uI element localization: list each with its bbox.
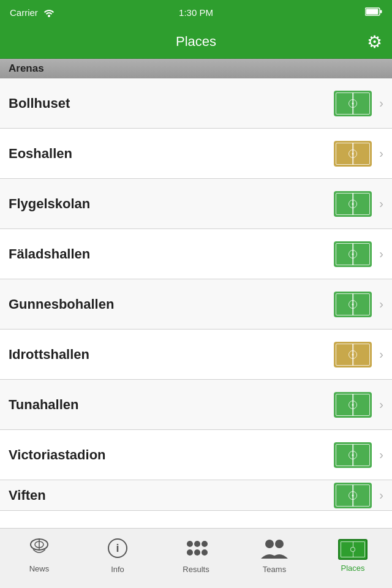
- field-icon: [334, 392, 372, 418]
- page-title: Places: [176, 34, 216, 50]
- svg-rect-1: [366, 9, 379, 14]
- news-icon: [28, 538, 50, 560]
- arena-row-right: ›: [334, 483, 383, 508]
- arena-name: Gunnesbohallen: [9, 296, 114, 312]
- chevron-icon: ›: [379, 297, 383, 311]
- svg-point-10: [202, 541, 208, 547]
- status-bar: Carrier 1:30 PM: [0, 0, 392, 24]
- arena-name: Flygelskolan: [9, 196, 90, 212]
- gear-icon[interactable]: ⚙: [367, 31, 382, 51]
- arena-row-right: ›: [334, 342, 383, 368]
- tab-places-label: Places: [341, 564, 364, 573]
- arena-name: Victoriastadion: [9, 447, 106, 463]
- field-icon: [334, 191, 372, 217]
- arena-name: Tunahallen: [9, 397, 79, 413]
- field-icon: [334, 141, 372, 167]
- list-item[interactable]: Gunnesbohallen ›: [0, 279, 392, 330]
- section-header-arenas: Arenas: [0, 59, 392, 78]
- chevron-icon: ›: [379, 488, 383, 502]
- tab-results[interactable]: Results: [157, 529, 235, 588]
- arena-row-right: ›: [334, 91, 383, 116]
- chevron-icon: ›: [379, 146, 383, 160]
- field-icon: [334, 292, 372, 317]
- chevron-icon: ›: [379, 398, 383, 412]
- svg-point-12: [194, 549, 200, 556]
- list-item[interactable]: Idrottshallen ›: [0, 330, 392, 380]
- field-icon: [334, 483, 372, 508]
- arenas-list: Bollhuset › Eoshallen: [0, 78, 392, 511]
- tab-bar: News i Info Results: [0, 528, 392, 588]
- content-area: Arenas Bollhuset › Eoshallen: [0, 59, 392, 528]
- svg-point-8: [187, 541, 193, 547]
- tab-news[interactable]: News: [0, 529, 78, 588]
- list-item[interactable]: Victoriastadion ›: [0, 430, 392, 480]
- svg-point-9: [194, 541, 200, 547]
- arena-row-right: ›: [334, 442, 383, 468]
- page-header: Places ⚙: [0, 24, 392, 59]
- tab-news-label: News: [29, 564, 50, 573]
- tab-info-label: Info: [111, 565, 124, 574]
- teams-icon: [261, 538, 288, 561]
- svg-point-13: [202, 549, 208, 556]
- battery-icon: [365, 7, 382, 18]
- tab-teams-label: Teams: [263, 565, 286, 574]
- tab-results-label: Results: [183, 565, 209, 574]
- chevron-icon: ›: [379, 197, 383, 211]
- tab-places[interactable]: Places: [314, 529, 392, 588]
- field-icon: [334, 91, 372, 116]
- svg-point-15: [275, 540, 284, 548]
- arena-row-right: ›: [334, 191, 383, 217]
- arena-row-right: ›: [334, 141, 383, 167]
- svg-point-11: [187, 549, 193, 556]
- arena-row-right: ›: [334, 292, 383, 317]
- arena-name: Viften: [9, 488, 46, 503]
- arena-name: Fäladshallen: [9, 246, 90, 262]
- svg-point-14: [265, 540, 274, 548]
- chevron-icon: ›: [379, 96, 383, 110]
- tab-teams[interactable]: Teams: [235, 529, 314, 588]
- tab-info[interactable]: i Info: [78, 529, 157, 588]
- list-item[interactable]: Eoshallen ›: [0, 129, 392, 179]
- list-item[interactable]: Bollhuset ›: [0, 78, 392, 129]
- results-icon: [184, 538, 208, 561]
- list-item[interactable]: Flygelskolan ›: [0, 179, 392, 229]
- list-item[interactable]: Viften ›: [0, 480, 392, 511]
- arena-name: Eoshallen: [9, 146, 72, 162]
- chevron-icon: ›: [379, 247, 383, 261]
- list-item[interactable]: Tunahallen ›: [0, 380, 392, 430]
- svg-text:i: i: [116, 542, 119, 554]
- chevron-icon: ›: [379, 448, 383, 462]
- list-item[interactable]: Fäladshallen ›: [0, 229, 392, 279]
- arena-row-right: ›: [334, 241, 383, 267]
- svg-rect-2: [380, 10, 382, 13]
- arena-name: Idrottshallen: [9, 347, 89, 363]
- wifi-icon: [43, 7, 55, 17]
- carrier-label: Carrier: [10, 7, 38, 18]
- field-icon: [334, 241, 372, 267]
- status-bar-left: Carrier: [10, 7, 55, 18]
- info-icon: i: [107, 538, 128, 561]
- arena-name: Bollhuset: [9, 96, 70, 111]
- chevron-icon: ›: [379, 347, 383, 361]
- status-time: 1:30 PM: [179, 7, 213, 18]
- field-icon: [334, 442, 372, 468]
- field-icon: [334, 342, 372, 368]
- arena-row-right: ›: [334, 392, 383, 418]
- places-icon: [338, 539, 368, 560]
